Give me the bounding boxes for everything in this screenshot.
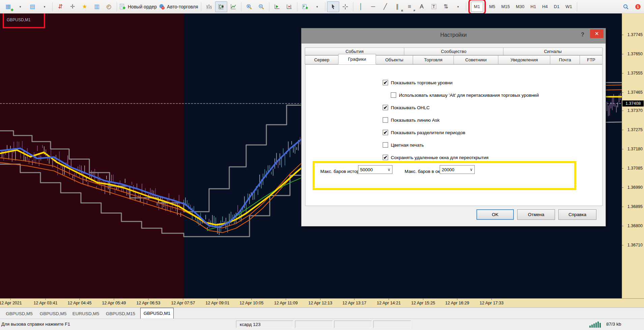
cursor-button[interactable] <box>327 1 339 12</box>
indicators-caret[interactable]: ▾ <box>311 1 323 12</box>
trendline-button[interactable]: ╱ <box>379 1 391 12</box>
zoom-out-button[interactable] <box>255 1 267 12</box>
toolbar-separator <box>466 2 466 11</box>
chevron-down-icon: ∨ <box>470 167 473 172</box>
checkbox-label: Использовать клавишу 'Alt' для перетаски… <box>399 93 539 98</box>
new-chart-button[interactable]: ▦✚ <box>2 1 14 12</box>
cancel-button[interactable]: Отмена <box>517 209 555 220</box>
text-button[interactable]: A <box>416 1 428 12</box>
fibonacci-button[interactable]: ≡F <box>404 1 416 12</box>
equidistant-channel-button[interactable]: ∥E <box>391 1 404 12</box>
arrows-button[interactable]: ⇅ <box>440 1 452 12</box>
chart-tab-gbpusd-m15[interactable]: GBPUSD,M15 <box>103 309 138 319</box>
timeframe-m30-button[interactable]: M30 <box>513 2 527 12</box>
text-label-button[interactable]: T <box>428 1 440 12</box>
plus-overlay-icon: ✚ <box>11 8 13 12</box>
time-label: 12 Apr 11:09 <box>274 301 298 305</box>
time-label: 12 Apr 17:33 <box>480 301 504 305</box>
time-axis[interactable]: 12 Apr 202112 Apr 03:4112 Apr 04:4512 Ap… <box>0 298 644 307</box>
bar-chart-button[interactable] <box>203 1 215 12</box>
chart-tab-gbpusd-m5[interactable]: GBPUSD,M5 <box>37 309 69 319</box>
timeframe-w1-button[interactable]: W1 <box>562 2 575 12</box>
dialog-tab-сигналы[interactable]: Сигналы <box>503 48 603 55</box>
checkbox-checked-icon[interactable]: ✔ <box>383 105 388 110</box>
candlestick-chart-button[interactable] <box>215 1 227 12</box>
checkbox-row: Показывать линию Ask <box>383 117 440 123</box>
time-label: 12 Apr 10:05 <box>240 301 264 305</box>
new-chart-caret[interactable]: ▾ <box>14 1 26 12</box>
time-tick <box>46 299 46 300</box>
status-help-text: Для вызова справки нажмите F1 <box>1 322 70 327</box>
timeframe-m5-button[interactable]: M5 <box>486 2 498 12</box>
help-button[interactable]: Справка <box>558 209 596 220</box>
timeframe-m1-button[interactable]: M1 <box>471 2 483 12</box>
close-icon[interactable]: ✕ <box>590 29 604 38</box>
favorites-button[interactable]: ★ <box>79 1 91 12</box>
history-center-button[interactable]: ◴ <box>103 1 115 12</box>
max-bars-history-select[interactable]: 50000 ∨ <box>358 165 392 174</box>
profiles-button[interactable]: ▤ <box>26 1 38 12</box>
chart-tab-eurusd-m5[interactable]: EURUSD,M5 <box>70 309 101 319</box>
notifications-badge[interactable]: 1 <box>632 1 644 12</box>
price-label: 1.37555 <box>627 71 643 76</box>
profiles-caret[interactable]: ▾ <box>38 1 51 12</box>
checkbox-checked-icon[interactable]: ✔ <box>383 80 388 85</box>
price-tick <box>622 226 623 226</box>
time-label: 12 Apr 09:01 <box>206 301 230 305</box>
line-chart-button[interactable] <box>227 1 239 12</box>
checkbox-unchecked-icon[interactable] <box>383 117 388 123</box>
dialog-tab-советники[interactable]: Советники <box>453 55 498 64</box>
checkbox-checked-icon[interactable]: ✔ <box>383 130 388 135</box>
vertical-line-button[interactable]: │ <box>355 1 367 12</box>
indicators-button[interactable] <box>299 1 311 12</box>
navigator-button[interactable]: ✛ <box>66 1 79 12</box>
checkbox-checked-icon[interactable]: ✔ <box>383 155 388 160</box>
time-label: 12 Apr 05:49 <box>102 301 126 305</box>
chart-shift-button[interactable] <box>283 1 295 12</box>
auto-scroll-button[interactable] <box>271 1 283 12</box>
settings-dialog: Настройки ? ✕ СобытияСообществоСигналы С… <box>301 28 606 227</box>
dialog-titlebar[interactable]: Настройки ? ✕ <box>301 28 606 43</box>
time-label: 12 Apr 03:41 <box>34 301 58 305</box>
dialog-tab-почта[interactable]: Почта <box>550 55 580 64</box>
price-axis[interactable]: 1.377451.376501.375551.374651.373701.372… <box>622 13 644 298</box>
checkbox-unchecked-icon[interactable] <box>383 142 388 148</box>
search-button[interactable] <box>620 1 632 12</box>
toolbar-separator <box>117 2 117 11</box>
dialog-tab-сервер[interactable]: Сервер <box>305 55 339 64</box>
market-watch-button[interactable]: ⇵ <box>54 1 66 12</box>
data-window-button[interactable]: ▥ <box>91 1 103 12</box>
price-tick <box>622 149 623 149</box>
ok-button[interactable]: OK <box>476 209 514 220</box>
timeframe-h1-button[interactable]: H1 <box>527 2 539 12</box>
price-label: 1.36895 <box>627 204 643 209</box>
horizontal-line-button[interactable]: ─ <box>367 1 379 12</box>
checkbox-row: Использовать клавишу 'Alt' для перетаски… <box>391 92 539 98</box>
arrows-caret[interactable]: ▾ <box>452 1 464 12</box>
main-toolbar: ▦✚▾▤▾⇵✛★▥◴Новый ордерАвто-торговля▾│─╱∥E… <box>0 0 644 13</box>
chart-tab-gbpusd-m1[interactable]: GBPUSD,M1 <box>140 308 174 319</box>
help-icon[interactable]: ? <box>579 32 586 38</box>
timeframe-h4-button[interactable]: H4 <box>539 2 551 12</box>
zoom-in-button[interactable] <box>243 1 255 12</box>
chart-tab-gbpusd-m5[interactable]: GBPUSD,M5 <box>3 309 36 319</box>
dialog-tab-ftp[interactable]: FTP <box>580 55 603 64</box>
timeframe-d1-button[interactable]: D1 <box>551 2 563 12</box>
time-tick <box>320 299 321 300</box>
new-order-button[interactable]: Новый ордер <box>119 1 158 12</box>
dialog-tab-сообщество[interactable]: Сообщество <box>404 48 503 55</box>
dialog-content-panel: ✔Показывать торговые уровниИспользовать … <box>305 64 603 206</box>
dialog-tab-графики[interactable]: Графики <box>338 54 376 64</box>
chart-shift-icon <box>286 4 292 10</box>
new-chart-icon: ▦ <box>5 4 11 9</box>
autotrading-button[interactable]: Авто-торговля <box>158 1 199 12</box>
checkbox-unchecked-icon[interactable] <box>391 92 396 98</box>
max-bars-window-select[interactable]: 20000 ∨ <box>440 165 475 174</box>
crosshair-button[interactable] <box>339 1 351 12</box>
price-label: 1.37745 <box>627 32 643 37</box>
dialog-tab-объекты[interactable]: Объекты <box>376 55 413 64</box>
timeframe-m15-button[interactable]: M15 <box>498 2 513 12</box>
search-icon <box>623 4 629 10</box>
dialog-tab-уведомления[interactable]: Уведомления <box>498 55 550 64</box>
dialog-tab-торговля[interactable]: Торговля <box>413 55 454 64</box>
